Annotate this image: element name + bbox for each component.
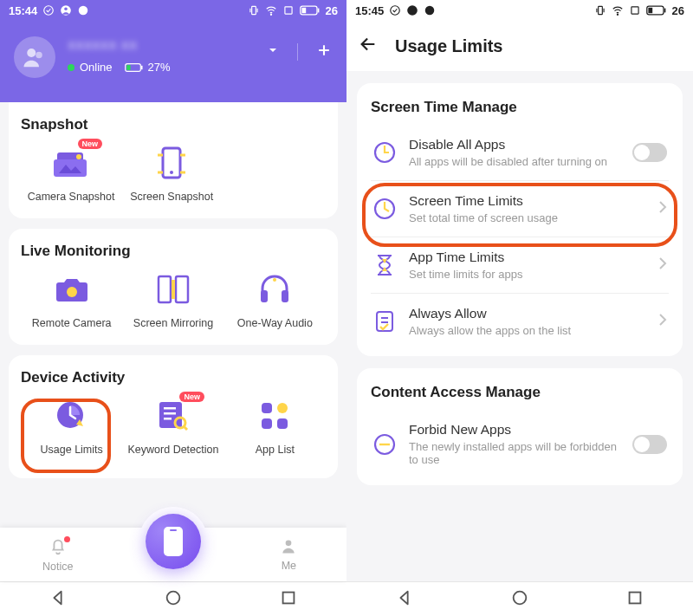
back-button[interactable] <box>395 588 414 611</box>
svg-rect-56 <box>630 592 641 603</box>
svg-point-44 <box>425 6 435 16</box>
screen-time-section: Screen Time Manage Disable All AppsAll a… <box>357 83 683 356</box>
screen-time-heading: Screen Time Manage <box>371 99 669 116</box>
camera-snapshot-button[interactable]: New Camera Snapshot <box>21 144 121 203</box>
person-icon <box>280 538 297 555</box>
one-way-audio-button[interactable]: One-Way Audio <box>224 270 326 329</box>
app-list-button[interactable]: App List <box>224 397 326 456</box>
svg-rect-45 <box>598 6 602 14</box>
snapshot-card: Snapshot New Camera Snapshot Screen Snap… <box>9 102 338 218</box>
app-time-limits-row[interactable]: App Time LimitsSet time limits for apps <box>371 237 669 293</box>
svg-rect-4 <box>251 6 256 14</box>
status-bar: 15:44 26 <box>0 0 346 21</box>
page-header: Usage Limits <box>346 21 693 71</box>
home-button[interactable] <box>510 588 529 611</box>
globe-icon <box>424 4 436 16</box>
svg-rect-22 <box>176 276 188 302</box>
screen-time-limits-row[interactable]: Screen Time LimitsSet total time of scre… <box>371 180 669 237</box>
svg-point-17 <box>76 154 81 159</box>
chevron-right-icon <box>658 256 667 274</box>
svg-rect-50 <box>648 8 652 13</box>
globe-icon <box>77 4 89 16</box>
header-actions <box>266 36 333 62</box>
device-activity-card: Device Activity Usage Limits New Keyword… <box>9 355 338 478</box>
right-screen: 15:45 26 Usage Limits Screen Time Manage… <box>346 0 693 616</box>
always-allow-row[interactable]: Always AllowAlways allow the apps on the… <box>371 293 669 349</box>
content-access-heading: Content Access Manage <box>371 384 669 401</box>
vibrate-icon <box>248 4 260 16</box>
disable-apps-toggle[interactable] <box>632 143 667 162</box>
svg-point-10 <box>27 49 36 57</box>
snapshot-heading: Snapshot <box>21 116 326 133</box>
hourglass-icon <box>372 253 397 277</box>
phone-icon <box>162 525 185 558</box>
page-title: Usage Limits <box>395 36 502 56</box>
status-right: 26 <box>248 4 338 17</box>
svg-point-55 <box>514 591 527 604</box>
home-button[interactable] <box>164 588 183 611</box>
vibrate-icon <box>594 4 606 16</box>
svg-rect-9 <box>301 8 306 13</box>
mirroring-icon <box>157 275 190 304</box>
screen-mirroring-button[interactable]: Screen Mirroring <box>122 270 223 329</box>
usage-limits-button[interactable]: Usage Limits <box>21 397 122 456</box>
remote-camera-button[interactable]: Remote Camera <box>21 270 122 329</box>
usage-limits-icon <box>55 400 88 431</box>
tab-me[interactable]: Me <box>231 538 346 572</box>
keyword-detection-button[interactable]: New Keyword Detection <box>122 397 223 456</box>
chevron-right-icon <box>658 200 667 217</box>
check-circle-icon <box>389 4 401 16</box>
screen-snapshot-button[interactable]: Screen Snapshot <box>121 144 222 203</box>
svg-point-43 <box>407 5 418 16</box>
left-screen: 15:44 26 xxxxxx xx Online 27% <box>0 0 346 616</box>
device-header: xxxxxx xx Online 27% <box>0 21 346 102</box>
svg-rect-24 <box>261 290 268 302</box>
svg-rect-16 <box>54 159 87 177</box>
back-button[interactable] <box>49 588 68 611</box>
recent-button[interactable] <box>279 588 298 611</box>
forbid-new-apps-row[interactable]: Forbid New AppsThe newly installed apps … <box>371 410 669 478</box>
svg-point-37 <box>286 540 292 546</box>
svg-rect-28 <box>159 402 182 428</box>
device-name: xxxxxx xx <box>68 36 254 54</box>
settings-scroll[interactable]: Screen Time Manage Disable All AppsAll a… <box>346 71 693 581</box>
avatar[interactable] <box>14 36 55 78</box>
svg-point-11 <box>36 52 42 59</box>
svg-point-42 <box>391 6 400 16</box>
screen-snapshot-icon <box>158 146 185 179</box>
tab-notice[interactable]: Notice <box>0 537 115 573</box>
svg-rect-21 <box>159 276 171 302</box>
svg-rect-36 <box>277 418 288 429</box>
svg-point-3 <box>79 6 88 16</box>
forbid-apps-toggle[interactable] <box>632 435 667 454</box>
live-monitoring-card: Live Monitoring Remote Camera Screen Mir… <box>9 229 338 345</box>
svg-rect-23 <box>172 280 175 299</box>
disable-all-apps-row[interactable]: Disable All AppsAll apps will be disable… <box>371 125 669 180</box>
dropdown-button[interactable] <box>266 43 280 61</box>
forbid-icon <box>372 432 397 457</box>
svg-point-19 <box>170 171 173 174</box>
new-badge: New <box>179 392 204 402</box>
svg-point-46 <box>617 14 618 15</box>
wifi-icon <box>265 4 277 16</box>
live-heading: Live Monitoring <box>21 243 326 260</box>
recent-button[interactable] <box>625 588 644 611</box>
svg-rect-13 <box>141 65 142 68</box>
svg-rect-8 <box>317 9 319 13</box>
device-battery: 27% <box>125 61 171 74</box>
main-scroll[interactable]: Snapshot New Camera Snapshot Screen Snap… <box>0 102 346 528</box>
android-nav <box>0 581 346 616</box>
sim-icon <box>282 4 295 16</box>
status-time: 15:45 <box>355 4 384 17</box>
new-badge: New <box>78 139 103 149</box>
svg-point-5 <box>270 14 271 15</box>
status-right: 26 <box>594 4 684 17</box>
svg-rect-47 <box>631 7 638 14</box>
sim-icon <box>629 4 641 16</box>
camera-snapshot-icon <box>54 147 88 178</box>
online-status: Online <box>80 61 113 74</box>
back-arrow-button[interactable] <box>359 35 378 57</box>
status-time: 15:44 <box>9 4 37 17</box>
add-button[interactable] <box>315 42 333 62</box>
device-fab[interactable] <box>146 514 201 569</box>
